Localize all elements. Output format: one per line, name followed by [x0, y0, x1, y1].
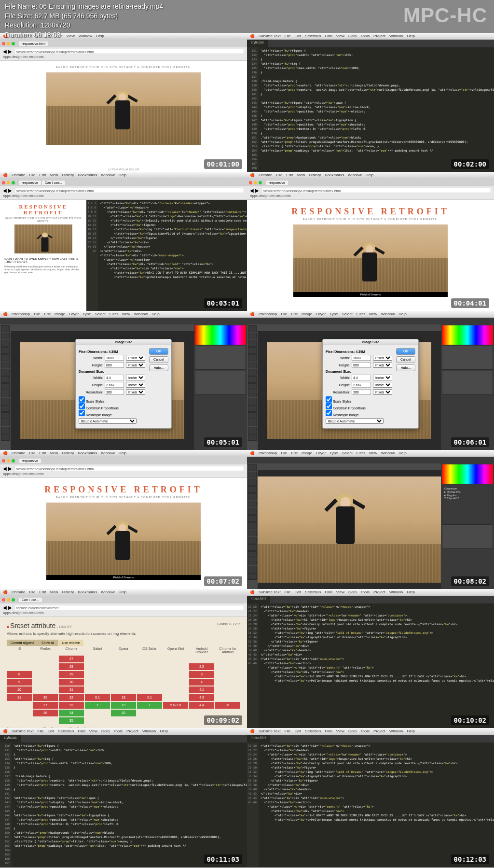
- thumb-1: 🍎QuickTime PlayerFileEditViewWindowHelp …: [0, 33, 247, 172]
- unit-select[interactable]: Pixels/Inch: [126, 389, 145, 395]
- unit-select[interactable]: Inches: [373, 382, 392, 388]
- timestamp: 00:08:02: [451, 576, 489, 586]
- feature-desc: Allows authors to specify alternate high…: [7, 631, 240, 636]
- url-bar[interactable]: file:///Users/theWorkshop/Desktop/retrof…: [14, 466, 244, 471]
- unit-select[interactable]: Inches: [126, 375, 145, 380]
- unit-select[interactable]: Pixels: [373, 362, 392, 368]
- unit-select[interactable]: Pixels: [126, 362, 145, 368]
- editor-tab[interactable]: style.css: [0, 735, 21, 742]
- scale-checkbox[interactable]: [79, 396, 85, 403]
- menubar[interactable]: 🍎PhotoshopFileEditImageLayerTypeSelectFi…: [247, 450, 494, 457]
- editor-tab[interactable]: index.html: [247, 735, 270, 742]
- menubar[interactable]: 🍎PhotoshopFileEditImageLayerTypeSelectFi…: [0, 311, 247, 318]
- page-subtitle: EASILY RETROFIT YOUR OLD SITE WITHOUT A …: [19, 66, 228, 69]
- height-input[interactable]: [105, 362, 124, 368]
- line-gutter: 130 131 132 133 134 135 136 137 138 139 …: [0, 742, 12, 867]
- thumbnail-grid: 🍎QuickTime PlayerFileEditViewWindowHelp …: [0, 33, 494, 867]
- resample-checkbox[interactable]: [326, 410, 332, 416]
- doc-width-input[interactable]: [352, 375, 371, 380]
- timestamp: 00:04:01: [451, 298, 489, 308]
- hero-image: [46, 72, 201, 145]
- width-input[interactable]: [105, 355, 124, 361]
- url-bar[interactable]: caniuse.com/#search=srcset: [14, 605, 244, 610]
- unit-select[interactable]: Pixels: [373, 355, 392, 361]
- code-editor[interactable]: "attr">class="kw">figure { "attr">class=…: [12, 742, 247, 867]
- timestamp: 00:03:01: [204, 298, 242, 308]
- browser-tab[interactable]: responsive: [266, 181, 288, 185]
- browser-tab[interactable]: responsive: [19, 459, 41, 463]
- menubar[interactable]: 🍎ChromeFileEditViewHistoryBookmarksWindo…: [0, 589, 247, 596]
- unit-select[interactable]: Pixels: [126, 355, 145, 361]
- timestamp: 00:10:02: [451, 715, 489, 725]
- resolution-input[interactable]: [352, 389, 371, 395]
- height-input[interactable]: [352, 362, 371, 368]
- view-tabs[interactable]: Current alignedShow allUse relative: [7, 640, 240, 646]
- resolution-input[interactable]: [105, 389, 124, 395]
- doc-height-input[interactable]: [105, 382, 124, 388]
- doc-width-input[interactable]: [105, 375, 124, 380]
- constrain-checkbox[interactable]: [326, 403, 332, 409]
- menubar[interactable]: 🍎Sublime TextFileEditSelectionFindViewGo…: [247, 589, 494, 596]
- ok-button[interactable]: OK: [149, 348, 168, 355]
- ps-panels[interactable]: Character▸ Myriad Pro▸ RegularT 12pt AV …: [441, 463, 494, 589]
- cancel-button[interactable]: Cancel: [396, 356, 415, 363]
- editor-tab[interactable]: style.css: [247, 40, 268, 47]
- browser-tab[interactable]: Can I use...: [42, 181, 65, 185]
- timestamp: 00:09:02: [204, 715, 242, 725]
- timestamp: 00:12:03: [451, 854, 489, 864]
- bookmarks-bar[interactable]: Apps design dev-resources: [0, 194, 247, 200]
- line-gutter: 1 2 3 4 5 6 7 8 9 10 11 12 13 14 15 16 1…: [86, 200, 98, 311]
- timestamp: 00:07:02: [204, 576, 242, 586]
- bookmarks-bar[interactable]: Apps design dev-resources: [247, 194, 494, 200]
- ps-toolbar[interactable]: [247, 324, 258, 450]
- code-editor[interactable]: "attr">class="kw">figure { "attr">class=…: [259, 47, 494, 172]
- editor-tab[interactable]: index.html: [247, 596, 270, 603]
- browser-tab[interactable]: responsive.html: [19, 42, 48, 46]
- browser-tab[interactable]: responsive: [19, 181, 41, 185]
- menubar[interactable]: 🍎ChromeFileEditViewHistoryBookmarksWindo…: [0, 172, 247, 179]
- menubar[interactable]: 🍎Sublime TextFileEditSelectionFindViewGo…: [247, 33, 494, 40]
- code-editor[interactable]: <"attr">class="kw">div "attr">id="">clas…: [259, 742, 494, 867]
- code-editor[interactable]: <"attr">class="kw">div "attr">id="">clas…: [259, 603, 494, 728]
- thumb-4: 🍎ChromeFileEditViewHistoryBookmarksWindo…: [247, 172, 494, 311]
- app-logo: MPC-HC: [403, 4, 487, 27]
- bookmarks-bar[interactable]: Apps design dev-resources: [0, 472, 247, 478]
- image-size-dialog: Image Size OKCancelAuto... Pixel Dimensi…: [75, 339, 172, 429]
- devtools-source[interactable]: <"attr">class="kw">div "attr">id="">clas…: [98, 200, 247, 311]
- ps-panels[interactable]: [194, 324, 247, 450]
- menubar[interactable]: 🍎ChromeFileEditViewHistoryBookmarksWindo…: [0, 450, 247, 457]
- ps-toolbar[interactable]: [247, 463, 258, 589]
- caniuse-page: ■ Srcset attribute - UNOFFGlobal 8.72% A…: [0, 617, 247, 728]
- unit-select[interactable]: Inches: [126, 382, 145, 388]
- doc-height-input[interactable]: [352, 382, 371, 388]
- unit-select[interactable]: Inches: [373, 375, 392, 380]
- timestamp: 00:02:00: [451, 159, 489, 169]
- thumb-2: 🍎Sublime TextFileEditSelectionFindViewGo…: [247, 33, 494, 172]
- cancel-button[interactable]: Cancel: [149, 356, 168, 363]
- bookmarks-bar[interactable]: Apps design dev-resources: [0, 55, 247, 61]
- thumb-9: 🍎ChromeFileEditViewHistoryBookmarksWindo…: [0, 589, 247, 728]
- dialog-title: Image Size: [323, 339, 418, 345]
- bookmarks-bar[interactable]: Apps design dev-resources: [0, 611, 247, 617]
- menubar[interactable]: 🍎ChromeFileEditViewHistoryBookmarksWindo…: [247, 172, 494, 179]
- unit-select[interactable]: Pixels/Inch: [373, 389, 392, 395]
- width-input[interactable]: [352, 355, 371, 361]
- menubar[interactable]: 🍎PhotoshopFileEditImageLayerTypeSelectFi…: [247, 311, 494, 318]
- url-bar[interactable]: file:///Users/theWorkshop/Desktop/retrof…: [261, 188, 491, 193]
- constrain-checkbox[interactable]: [79, 403, 85, 409]
- url-bar[interactable]: file:///Users/theWorkshop/Desktop/retrof…: [14, 188, 244, 193]
- menubar[interactable]: 🍎Sublime TextFileEditSelectionFindViewGo…: [0, 728, 247, 735]
- resample-checkbox[interactable]: [79, 410, 85, 416]
- hero-image: Field of Dreams: [293, 224, 448, 297]
- ok-button[interactable]: OK: [396, 348, 415, 355]
- auto-button[interactable]: Auto...: [396, 364, 415, 371]
- ps-toolbar[interactable]: [0, 324, 11, 450]
- menubar[interactable]: 🍎Sublime TextFileEditSelectionFindViewGo…: [247, 728, 494, 735]
- ps-panels[interactable]: [441, 324, 494, 450]
- method-select[interactable]: Bicubic Automatic: [326, 418, 384, 424]
- scale-checkbox[interactable]: [326, 396, 332, 403]
- method-select[interactable]: Bicubic Automatic: [79, 418, 137, 424]
- auto-button[interactable]: Auto...: [149, 364, 168, 371]
- url-bar[interactable]: file:///Users/theWorkshop/Desktop/retrof…: [14, 49, 244, 54]
- browser-tab[interactable]: Can I use...: [19, 598, 42, 602]
